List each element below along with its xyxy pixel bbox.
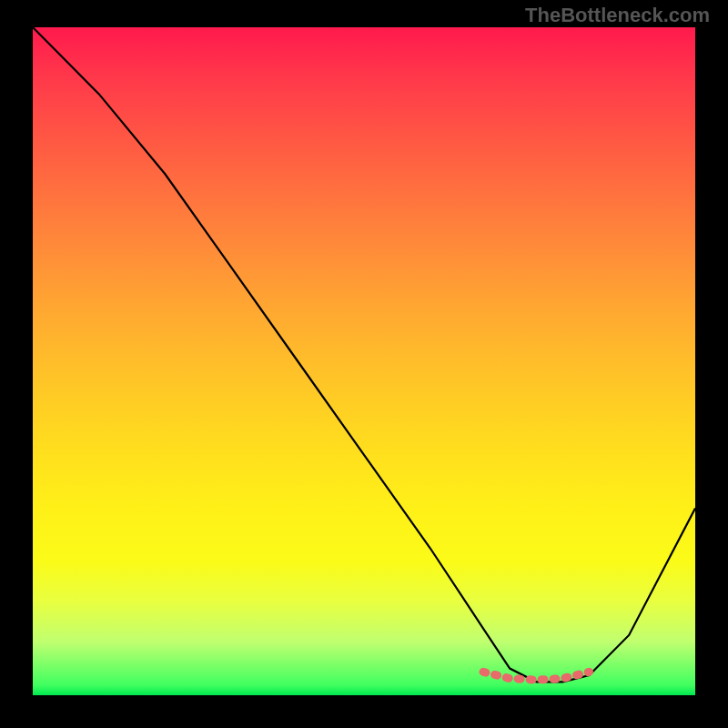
- watermark-text: TheBottleneck.com: [525, 4, 710, 27]
- chart-plot-area: [33, 27, 695, 695]
- bottleneck-curve-line: [33, 27, 695, 682]
- chart-svg: [33, 27, 695, 695]
